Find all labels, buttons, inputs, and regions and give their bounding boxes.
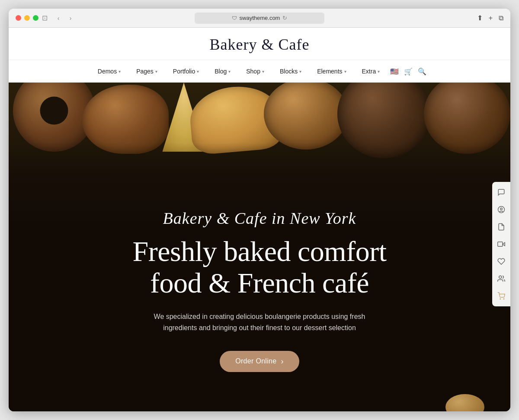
chevron-down-icon: ▾ bbox=[378, 69, 380, 74]
svg-marker-2 bbox=[503, 242, 505, 246]
nav-item-pages[interactable]: Pages ▾ bbox=[128, 64, 165, 78]
sidebar-toggle-icon[interactable]: ⊡ bbox=[42, 14, 48, 22]
browser-nav: ‹ › bbox=[54, 14, 74, 22]
nav-item-shop[interactable]: Shop ▾ bbox=[238, 64, 272, 78]
tab-overview-icon[interactable]: ⧉ bbox=[499, 14, 503, 22]
site-nav: Demos ▾ Pages ▾ Portfolio ▾ Blog ▾ Shop bbox=[9, 60, 510, 83]
chevron-down-icon: ▾ bbox=[299, 69, 301, 74]
nav-label-blog: Blog bbox=[215, 68, 227, 75]
nav-item-blog[interactable]: Blog ▾ bbox=[207, 64, 238, 78]
hero-title: Freshly baked comfort food & French café bbox=[132, 235, 386, 299]
round-bread bbox=[264, 83, 348, 150]
cta-arrow-icon: › bbox=[281, 357, 283, 366]
hero-title-line1: Freshly baked comfort bbox=[132, 235, 386, 267]
dot-maximize[interactable] bbox=[33, 15, 38, 21]
shield-icon: 🛡 bbox=[232, 15, 237, 21]
address-bar[interactable]: 🛡 swaytheme.com ↻ bbox=[195, 13, 324, 24]
svg-point-5 bbox=[500, 299, 501, 299]
nav-label-extra: Extra bbox=[362, 68, 376, 75]
forward-arrow-icon[interactable]: › bbox=[67, 14, 74, 22]
hero-script-text: Bakery & Cafe in New York bbox=[163, 209, 356, 228]
dot-close[interactable] bbox=[16, 15, 21, 21]
nav-search-icon[interactable]: 🔍 bbox=[418, 67, 426, 76]
svg-point-6 bbox=[503, 299, 504, 299]
heart-icon-button[interactable] bbox=[493, 254, 509, 269]
hero-subtitle: We specialized in creating delicious bou… bbox=[145, 311, 374, 333]
browser-actions: ⬆ + ⧉ bbox=[477, 14, 503, 22]
users-icon-button[interactable] bbox=[493, 271, 509, 286]
chevron-down-icon: ▾ bbox=[228, 69, 231, 74]
chevron-down-icon: ▾ bbox=[119, 69, 121, 74]
url-text: swaytheme.com bbox=[240, 15, 280, 21]
svg-point-4 bbox=[499, 276, 502, 278]
chevron-down-icon: ▾ bbox=[155, 69, 157, 74]
nav-cart-icon[interactable]: 🛒 bbox=[404, 67, 413, 76]
nav-item-elements[interactable]: Elements ▾ bbox=[309, 64, 354, 78]
nav-label-elements: Elements bbox=[317, 68, 342, 75]
video-icon-button[interactable] bbox=[493, 236, 509, 252]
chevron-down-icon: ▾ bbox=[197, 69, 199, 74]
site-logo: Bakery & Cafe bbox=[210, 35, 310, 54]
hero-content: Bakery & Cafe in New York Freshly baked … bbox=[9, 152, 510, 411]
new-tab-icon[interactable]: + bbox=[489, 14, 493, 22]
svg-point-1 bbox=[500, 208, 503, 210]
dot-minimize[interactable] bbox=[24, 15, 30, 21]
browser-dots bbox=[16, 15, 38, 21]
bottom-bread-bowl bbox=[450, 385, 489, 411]
hero-title-line2: food & French café bbox=[150, 267, 369, 299]
nav-item-demos[interactable]: Demos ▾ bbox=[90, 64, 128, 78]
nav-label-blocks: Blocks bbox=[280, 68, 298, 75]
right-sidebar bbox=[492, 182, 510, 306]
browser-window: ⊡ ‹ › 🛡 swaytheme.com ↻ ⬆ + ⧉ Bakery & C… bbox=[9, 9, 510, 411]
hero-section: Bakery & Cafe in New York Freshly baked … bbox=[9, 83, 510, 411]
site-header: Bakery & Cafe Demos ▾ Pages ▾ Portfolio … bbox=[9, 28, 510, 83]
share-icon[interactable]: ⬆ bbox=[477, 14, 483, 22]
order-online-button[interactable]: Order Online › bbox=[220, 351, 299, 372]
logo-text: Bakery & Cafe bbox=[210, 36, 310, 53]
nav-item-portfolio[interactable]: Portfolio ▾ bbox=[165, 64, 207, 78]
back-arrow-icon[interactable]: ‹ bbox=[54, 14, 62, 22]
chat-icon-button[interactable] bbox=[493, 185, 509, 200]
nav-label-portfolio: Portfolio bbox=[173, 68, 195, 75]
nav-label-shop: Shop bbox=[246, 68, 260, 75]
nav-item-blocks[interactable]: Blocks ▾ bbox=[272, 64, 309, 78]
chevron-down-icon: ▾ bbox=[344, 69, 346, 74]
nav-item-extra[interactable]: Extra ▾ bbox=[354, 64, 388, 78]
cta-label: Order Online bbox=[235, 357, 276, 365]
nav-label-demos: Demos bbox=[98, 68, 117, 75]
nav-flag-icon[interactable]: 🇺🇸 bbox=[390, 67, 399, 76]
browser-toolbar: ⊡ ‹ › 🛡 swaytheme.com ↻ ⬆ + ⧉ bbox=[9, 9, 510, 28]
nav-label-pages: Pages bbox=[136, 68, 154, 75]
chevron-down-icon: ▾ bbox=[262, 69, 264, 74]
user-circle-icon-button[interactable] bbox=[493, 202, 509, 217]
document-icon-button[interactable] bbox=[493, 219, 509, 235]
svg-rect-3 bbox=[498, 242, 503, 247]
website-content: Bakery & Cafe Demos ▾ Pages ▾ Portfolio … bbox=[9, 28, 510, 411]
cart-icon-button[interactable] bbox=[493, 288, 509, 304]
reload-icon[interactable]: ↻ bbox=[282, 15, 287, 21]
